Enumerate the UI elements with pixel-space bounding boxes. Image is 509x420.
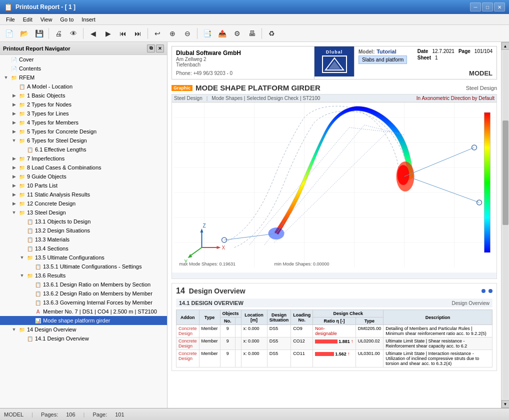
tree-item-rfem[interactable]: ▼ 📁 RFEM bbox=[0, 73, 167, 82]
close-button[interactable]: ✕ bbox=[494, 2, 505, 12]
tree-item-eff-lengths[interactable]: 📋 6.1 Effective Lengths bbox=[0, 145, 167, 154]
menu-view[interactable]: View bbox=[36, 16, 56, 24]
tree-item-materials[interactable]: 📋 13.3 Materials bbox=[0, 235, 167, 244]
scroll-thumb[interactable] bbox=[502, 120, 508, 225]
toolbar-preview[interactable]: 👁 bbox=[66, 27, 80, 40]
menu-edit[interactable]: Edit bbox=[19, 16, 36, 24]
tree-item-concrete-design[interactable]: ▶ 📁 12 Concrete Design bbox=[0, 199, 167, 208]
toolbar-new[interactable]: 📄 bbox=[2, 27, 16, 40]
tree-item-design-overview[interactable]: ▼ 📁 14 Design Overview bbox=[0, 325, 167, 334]
menu-goto[interactable]: Go to bbox=[56, 16, 78, 24]
tree-item-ult-settings[interactable]: 📋 13.5.1 Ultimate Configurations - Setti… bbox=[0, 262, 167, 271]
menu-file[interactable]: File bbox=[2, 16, 19, 24]
tree-item-nodes[interactable]: ▶ 📁 2 Types for Nodes bbox=[0, 100, 167, 109]
expand-sections[interactable] bbox=[18, 244, 26, 252]
expand-results[interactable]: ▼ bbox=[18, 272, 26, 280]
tree-item-design-situations[interactable]: 📋 13.2 Design Situations bbox=[0, 226, 167, 235]
expand-imperf[interactable]: ▶ bbox=[10, 154, 18, 162]
expand-load[interactable]: ▶ bbox=[10, 164, 18, 172]
menu-insert[interactable]: Insert bbox=[78, 16, 100, 24]
scroll-down-btn[interactable]: ▼ bbox=[502, 400, 510, 408]
tree-item-parts[interactable]: ▶ 📁 10 Parts List bbox=[0, 181, 167, 190]
expand-nodes[interactable]: ▶ bbox=[10, 100, 18, 108]
tree-item-load[interactable]: ▶ 📁 8 Load Cases & Combinations bbox=[0, 163, 167, 172]
scroll-up-btn[interactable]: ▲ bbox=[502, 42, 510, 50]
tree-item-steel-design[interactable]: ▼ 📁 13 Steel Design bbox=[0, 208, 167, 217]
toolbar-prev[interactable]: ◀ bbox=[86, 27, 100, 40]
expand-lines[interactable]: ▶ bbox=[10, 110, 18, 118]
tree-item-member-node[interactable]: A Member No. 7 | DS1 | CO4 | 2.500 m | S… bbox=[0, 307, 167, 316]
tree-item-internal-forces[interactable]: 📋 13.6.3 Governing Internal Forces by Me… bbox=[0, 298, 167, 307]
toolbar-first[interactable]: ⏮ bbox=[116, 27, 130, 40]
toolbar-update[interactable]: ♻ bbox=[264, 27, 278, 40]
toolbar-settings[interactable]: ⚙ bbox=[230, 27, 244, 40]
toolbar-print2[interactable]: 🖶 bbox=[245, 27, 259, 40]
toolbar-back[interactable]: ↩ bbox=[150, 27, 164, 40]
toolbar-next[interactable]: ▶ bbox=[101, 27, 115, 40]
expand-eff-lengths[interactable] bbox=[18, 146, 26, 154]
tree-container[interactable]: 📄 Cover 📄 Contents ▼ 📁 RFEM 📋 A Model - … bbox=[0, 55, 167, 408]
expand-ratio-mem[interactable] bbox=[26, 290, 34, 298]
expand-rfem[interactable]: ▼ bbox=[2, 74, 10, 82]
icon-nodes: 📁 bbox=[18, 101, 26, 108]
expand-cover[interactable] bbox=[2, 56, 10, 64]
expand-mode-shape[interactable] bbox=[26, 316, 34, 324]
tree-item-guide[interactable]: ▶ 📁 9 Guide Objects bbox=[0, 172, 167, 181]
tree-item-steel-types[interactable]: ▼ 📁 6 Types for Steel Design bbox=[0, 136, 167, 145]
tree-item-ult-config[interactable]: ▼ 📁 13.5 Ultimate Configurations bbox=[0, 253, 167, 262]
expand-int-forces[interactable] bbox=[26, 298, 34, 306]
tree-item-objects-to-design[interactable]: 📋 13.1 Objects to Design bbox=[0, 217, 167, 226]
toolbar-save[interactable]: 💾 bbox=[32, 27, 46, 40]
expand-basic[interactable]: ▶ bbox=[10, 92, 18, 100]
toolbar-open[interactable]: 📂 bbox=[17, 27, 31, 40]
toolbar-export-pdf[interactable]: 📑 bbox=[200, 27, 214, 40]
tree-item-results[interactable]: ▼ 📁 13.6 Results bbox=[0, 271, 167, 280]
expand-obj-design[interactable] bbox=[18, 218, 26, 226]
expand-concrete-design[interactable]: ▶ bbox=[10, 200, 18, 208]
tree-item-imperf[interactable]: ▶ 📁 7 Imperfections bbox=[0, 154, 167, 163]
tree-item-sections[interactable]: 📋 13.4 Sections bbox=[0, 244, 167, 253]
tree-item-lines[interactable]: ▶ 📁 3 Types for Lines bbox=[0, 109, 167, 118]
expand-design-sit[interactable] bbox=[18, 226, 26, 234]
minimize-button[interactable]: ─ bbox=[470, 2, 481, 12]
label-guide: 9 Guide Objects bbox=[27, 174, 66, 180]
tree-item-mode-shape[interactable]: 📊 Mode shape platform girder bbox=[0, 316, 167, 325]
toolbar-last[interactable]: ⏭ bbox=[131, 27, 145, 40]
toolbar-print[interactable]: 🖨 bbox=[52, 27, 66, 40]
expand-guide[interactable]: ▶ bbox=[10, 172, 18, 180]
expand-steel-types[interactable]: ▼ bbox=[10, 136, 18, 144]
expand-contents[interactable] bbox=[2, 64, 10, 72]
expand-concrete-types[interactable]: ▶ bbox=[10, 128, 18, 136]
expand-steel-design[interactable]: ▼ bbox=[10, 208, 18, 216]
toolbar-zoom-out[interactable]: ⊖ bbox=[180, 27, 194, 40]
scroll-track[interactable] bbox=[502, 51, 508, 399]
tree-item-ratio-member[interactable]: 📋 13.6.2 Design Ratio on Members by Memb… bbox=[0, 289, 167, 298]
vertical-scrollbar[interactable]: ▲ ▼ bbox=[501, 42, 509, 408]
expand-parts[interactable]: ▶ bbox=[10, 182, 18, 190]
expand-members[interactable]: ▶ bbox=[10, 118, 18, 126]
expand-ult-config[interactable]: ▼ bbox=[18, 254, 26, 262]
navigator-close[interactable]: ✕ bbox=[156, 44, 164, 52]
tree-item-amodel[interactable]: 📋 A Model - Location bbox=[0, 82, 167, 91]
toolbar-export[interactable]: 📤 bbox=[215, 27, 229, 40]
tree-item-design-overview-sub[interactable]: 📋 14.1 Design Overview bbox=[0, 334, 167, 343]
toolbar-zoom-in[interactable]: ⊕ bbox=[166, 27, 180, 40]
expand-static[interactable]: ▶ bbox=[10, 190, 18, 198]
tree-item-basic[interactable]: ▶ 📁 1 Basic Objects bbox=[0, 91, 167, 100]
expand-member-node[interactable] bbox=[26, 308, 34, 316]
expand-ult-settings[interactable] bbox=[26, 262, 34, 270]
tree-item-members[interactable]: ▶ 📁 4 Types for Members bbox=[0, 118, 167, 127]
expand-materials[interactable] bbox=[18, 236, 26, 244]
tree-item-static[interactable]: ▶ 📁 11 Static Analysis Results bbox=[0, 190, 167, 199]
maximize-button[interactable]: □ bbox=[482, 2, 493, 12]
expand-ratio-sec[interactable] bbox=[26, 280, 34, 288]
page-content[interactable]: Dlubal Software GmbH Am Zellweg 2 Tiefen… bbox=[168, 42, 501, 408]
expand-design-overview[interactable]: ▼ bbox=[10, 326, 18, 334]
expand-amodel[interactable] bbox=[10, 82, 18, 90]
navigator-restore[interactable]: ⧉ bbox=[147, 44, 155, 52]
tree-item-ratio-section[interactable]: 📋 13.6.1 Design Ratio on Members by Sect… bbox=[0, 280, 167, 289]
tree-item-cover[interactable]: 📄 Cover bbox=[0, 55, 167, 64]
tree-item-contents[interactable]: 📄 Contents bbox=[0, 64, 167, 73]
expand-design-overview-sub[interactable] bbox=[18, 334, 26, 342]
tree-item-concrete-types[interactable]: ▶ 📁 5 Types for Concrete Design bbox=[0, 127, 167, 136]
